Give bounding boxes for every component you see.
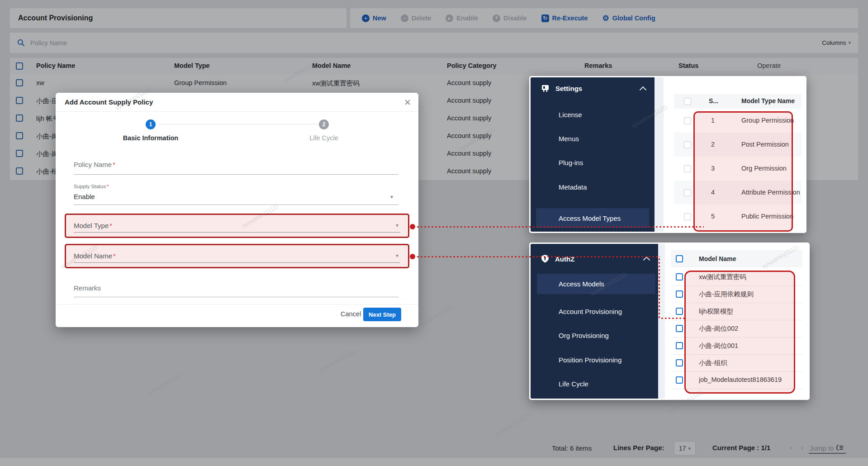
model-name-connector-dot [410,254,415,259]
row-checkbox[interactable] [676,273,683,281]
row-checkbox[interactable] [684,141,691,148]
model-type-label: Model Type* [74,222,112,229]
model-type-connector-line [416,226,704,228]
step-1-circle: 1 [146,119,156,129]
sidebar-item-plug-ins[interactable]: Plug-ins [559,159,583,166]
row-checkbox[interactable] [676,325,683,332]
step-1-label: Basic Information [101,134,200,142]
model-name-connector-line [416,256,660,258]
modal-footer-divider [56,304,418,304]
model-name-column-header: Model Name [699,255,736,262]
model-name-connector-line-vertical [658,257,660,319]
settings-panel-gutter [655,77,664,232]
remarks-input[interactable] [74,297,398,297]
sidebar-item-access-models[interactable]: Access Models [537,274,655,294]
row-checkbox[interactable] [684,213,691,220]
model-type-name-column-header: Model Type Name [741,97,795,105]
row-checkbox[interactable] [676,359,683,366]
row-checkbox[interactable] [684,165,691,172]
row-checkbox[interactable] [676,290,683,298]
chevron-down-icon: ▾ [396,252,398,259]
model-name-table: Model Name xw测试重置密码 小曲-应用依赖规则 lijh权限模型 小… [665,244,808,399]
chevron-down-icon: ▾ [396,222,398,228]
cancel-button[interactable]: Cancel [341,310,361,318]
serial-column-header: S... [709,97,718,105]
policy-name-input[interactable] [74,174,398,175]
chevron-up-icon[interactable] [640,86,647,94]
account-provisioning-page: Account Provisioning + New − Delete ▸ En… [0,0,868,466]
model-type-field-highlight: Model Type* ▾ [65,214,409,238]
model-type-table: S... Model Type Name 1 Group Permission … [664,77,805,232]
step-2-circle: 2 [319,119,329,129]
model-name-label-text: Model Name [74,252,112,260]
model-name-select[interactable] [74,262,400,263]
stepper-line [159,124,319,124]
sidebar-item-account-provisioning[interactable]: Account Provisioning [559,308,622,315]
model-type-annotation-box [693,111,793,232]
settings-icon [541,85,549,92]
sidebar-item-metadata[interactable]: Metadata [559,183,587,191]
model-type-connector-dot [410,224,415,229]
supply-status-select[interactable]: Enable [74,193,95,200]
modal-header: Add Account Supply Policy ✕ [56,93,418,112]
authz-panel: AuthZ Access Models Account Provisioning… [529,243,810,400]
model-type-select[interactable] [74,232,400,233]
authz-nav: AuthZ Access Models Account Provisioning… [531,244,658,399]
model-name-connector-line-end [660,317,685,319]
policy-name-label-text: Policy Name [74,161,112,168]
settings-nav-header-label: Settings [555,85,582,92]
sidebar-item-license[interactable]: License [559,111,582,119]
required-mark: * [109,222,112,229]
select-all-checkbox[interactable] [684,98,691,105]
supply-status-label: Supply Status* [74,184,109,189]
row-checkbox[interactable] [676,342,683,349]
model-type-label-text: Model Type [74,222,109,229]
remarks-label: Remarks [74,284,101,292]
settings-panel: Settings License Menus Plug-ins Metadata… [529,76,806,233]
chevron-down-icon: ▾ [390,194,393,200]
modal-title: Add Account Supply Policy [65,98,153,106]
required-mark: * [107,184,109,189]
sidebar-item-life-cycle[interactable]: Life Cycle [559,380,588,388]
required-mark: * [113,161,115,168]
select-all-checkbox[interactable] [676,255,683,262]
model-name-field-highlight: Model Name* ▾ [65,244,409,268]
row-checkbox[interactable] [684,117,691,124]
step-2-label: Life Cycle [274,134,374,142]
row-checkbox[interactable] [684,189,691,196]
supply-status-underline [74,204,398,205]
policy-name-label: Policy Name* [74,161,115,168]
sidebar-item-menus[interactable]: Menus [559,135,579,143]
row-checkbox[interactable] [676,376,683,384]
close-icon[interactable]: ✕ [404,97,411,108]
sidebar-item-position-provisioning[interactable]: Position Provisioning [559,356,621,364]
model-name-label: Model Name* [74,252,116,260]
next-step-button[interactable]: Next Step [363,308,401,321]
add-policy-modal: Add Account Supply Policy ✕ 1 2 Basic In… [56,93,418,327]
required-mark: * [113,252,116,260]
settings-nav-header[interactable]: Settings [541,85,582,92]
settings-nav: Settings License Menus Plug-ins Metadata… [531,77,655,232]
model-name-annotation-box [684,271,795,394]
supply-status-label-text: Supply Status [74,184,106,189]
row-checkbox[interactable] [676,308,683,315]
sidebar-item-org-provisioning[interactable]: Org Provisioning [559,332,609,339]
sidebar-item-access-model-types[interactable]: Access Model Types [536,208,649,228]
model-name-table-header [671,250,802,267]
